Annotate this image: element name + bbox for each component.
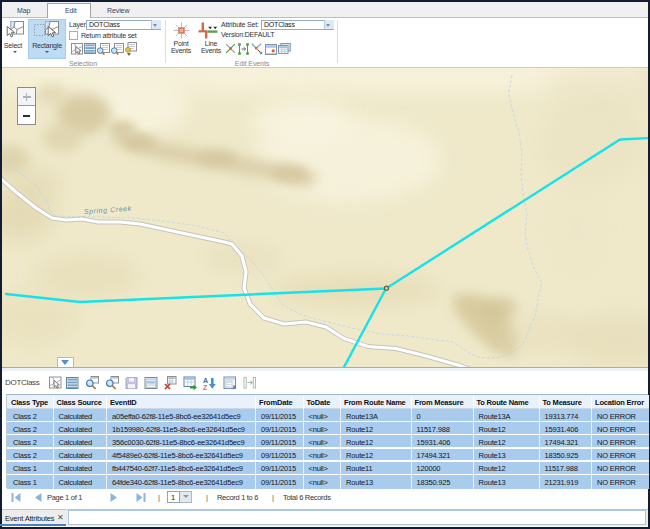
svg-text:Z: Z bbox=[203, 384, 208, 391]
